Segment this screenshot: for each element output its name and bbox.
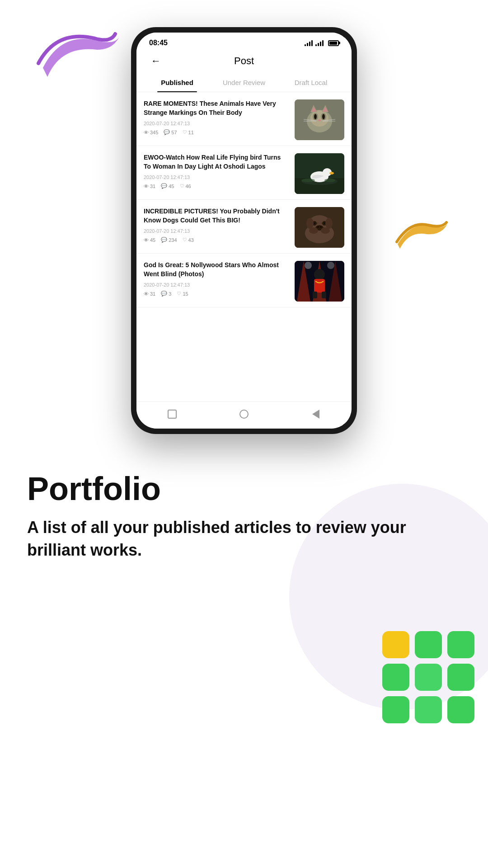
svg-point-48	[305, 262, 312, 269]
status-icons	[305, 40, 339, 46]
svg-point-49	[327, 262, 334, 269]
article-image: CTR: 1.9% Click time: 2min	[295, 207, 344, 248]
portfolio-description: A list of all your published articles to…	[27, 516, 461, 562]
svg-point-31	[314, 222, 315, 224]
tab-under-review[interactable]: Under Review	[211, 73, 277, 92]
svg-rect-47	[322, 292, 326, 298]
status-bar: 08:45	[136, 33, 352, 51]
comments-stat: 💬 45	[161, 183, 174, 189]
article-card[interactable]: EWOO-Watch How Real Life Flying bird Tur…	[136, 146, 352, 200]
article-stats: 👁 45 💬 234 ♡ 43	[144, 237, 288, 243]
triangle-icon	[312, 410, 319, 419]
article-title: EWOO-Watch How Real Life Flying bird Tur…	[144, 153, 288, 171]
article-image: CTR: 2.2% Click time: 1min	[295, 153, 344, 194]
square-green-3	[382, 664, 409, 691]
article-card[interactable]: RARE MOMENTS! These Animals Have Very St…	[136, 92, 352, 146]
article-text: God Is Great: 5 Nollywood Stars Who Almo…	[144, 261, 288, 297]
comments-stat: 💬 3	[161, 291, 171, 297]
article-card[interactable]: God Is Great: 5 Nollywood Stars Who Almo…	[136, 254, 352, 307]
app-header: ← Post	[136, 51, 352, 73]
yellow-ribbon-decoration	[393, 217, 452, 255]
portfolio-title: Portfolio	[27, 470, 461, 507]
svg-point-34	[317, 226, 319, 228]
svg-point-7	[315, 115, 316, 118]
square-green-4	[415, 664, 442, 691]
tab-published[interactable]: Published	[144, 73, 211, 92]
square-yellow	[382, 631, 409, 658]
signal-icon	[305, 40, 313, 46]
article-stats: 👁 31 💬 45 ♡ 46	[144, 183, 288, 189]
back-button[interactable]: ←	[147, 53, 164, 69]
article-card[interactable]: INCREDIBLE PICTURES! You Probably Didn't…	[136, 200, 352, 254]
article-date: 2020-07-20 12:47:13	[144, 282, 288, 288]
article-date: 2020-07-20 12:47:13	[144, 175, 288, 180]
square-green-7	[415, 696, 442, 723]
likes-stat: ♡ 15	[177, 291, 188, 297]
article-title: God Is Great: 5 Nollywood Stars Who Almo…	[144, 261, 288, 278]
svg-point-25	[324, 179, 335, 182]
svg-point-13	[318, 119, 321, 121]
phone-screen: 08:45	[136, 33, 352, 429]
battery-icon	[328, 40, 339, 46]
likes-stat: ♡ 46	[180, 183, 191, 189]
views-stat: 👁 31	[144, 183, 155, 189]
tab-bar: Published Under Review Draft Local	[136, 73, 352, 92]
svg-point-23	[329, 172, 334, 175]
circle-icon	[239, 410, 249, 419]
views-stat: 👁 345	[144, 129, 158, 135]
likes-stat: ♡ 43	[183, 237, 194, 243]
svg-point-39	[321, 227, 330, 234]
decorative-squares	[382, 631, 474, 723]
purple-ribbon-decoration	[25, 23, 124, 83]
article-image: CTR: 1.5% Click time: 1min	[295, 261, 344, 302]
svg-point-24	[301, 179, 315, 182]
likes-stat: ♡ 11	[183, 129, 194, 135]
comments-stat: 💬 234	[161, 237, 177, 243]
article-text: EWOO-Watch How Real Life Flying bird Tur…	[144, 153, 288, 189]
bottom-nav	[136, 401, 352, 429]
nav-home-button[interactable]	[166, 408, 178, 420]
square-green-2	[447, 631, 474, 658]
square-green-1	[415, 631, 442, 658]
phone-frame: 08:45	[131, 27, 357, 434]
svg-point-8	[323, 115, 324, 118]
svg-rect-46	[313, 292, 317, 298]
square-green-5	[447, 664, 474, 691]
views-stat: 👁 45	[144, 237, 155, 243]
svg-point-36	[306, 218, 314, 229]
comments-stat: 💬 57	[164, 129, 177, 135]
svg-point-38	[309, 227, 318, 234]
article-title: RARE MOMENTS! These Animals Have Very St…	[144, 99, 288, 117]
articles-list: RARE MOMENTS! These Animals Have Very St…	[136, 92, 352, 401]
nav-back-gesture[interactable]	[310, 408, 322, 420]
svg-point-35	[320, 226, 322, 228]
portfolio-section: Portfolio A list of all your published a…	[0, 443, 488, 580]
status-time: 08:45	[149, 39, 168, 47]
svg-point-37	[325, 218, 333, 229]
article-date: 2020-07-20 12:47:13	[144, 121, 288, 126]
article-title: INCREDIBLE PICTURES! You Probably Didn't…	[144, 207, 288, 225]
article-image: CTR: 4.2% Click time: 9%	[295, 99, 344, 140]
home-icon	[168, 410, 177, 419]
nav-back-button[interactable]	[238, 408, 250, 420]
views-stat: 👁 31	[144, 291, 155, 297]
article-text: RARE MOMENTS! These Animals Have Very St…	[144, 99, 288, 135]
page-title: Post	[234, 55, 254, 67]
svg-point-32	[324, 222, 325, 224]
tab-draft-local[interactable]: Draft Local	[277, 73, 344, 92]
article-stats: 👁 31 💬 3 ♡ 15	[144, 291, 288, 297]
square-green-8	[447, 696, 474, 723]
article-stats: 👁 345 💬 57 ♡ 11	[144, 129, 288, 135]
square-green-6	[382, 696, 409, 723]
article-date: 2020-07-20 12:47:13	[144, 228, 288, 234]
article-text: INCREDIBLE PICTURES! You Probably Didn't…	[144, 207, 288, 243]
svg-point-44	[314, 269, 325, 280]
signal-icon-2	[315, 40, 324, 46]
